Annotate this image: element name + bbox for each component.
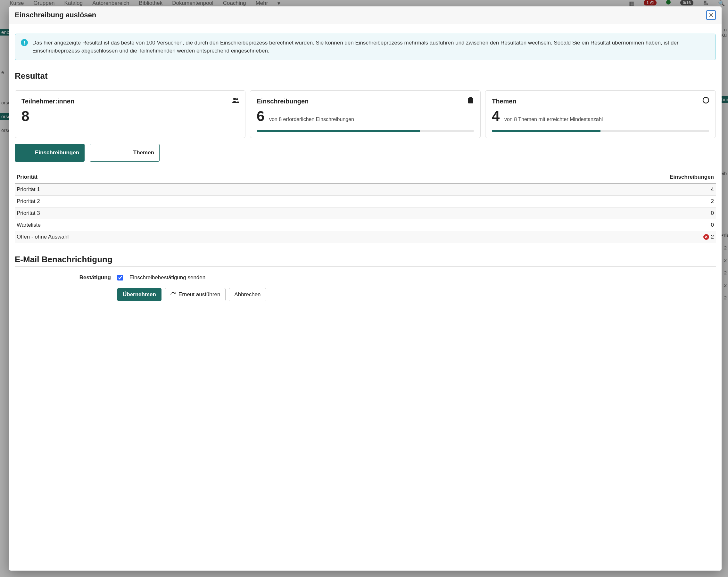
row-value: 0 bbox=[392, 219, 716, 231]
modal-header: Einschreibung auslösen ✕ bbox=[9, 6, 722, 24]
card-enrollments-title: Einschreibungen bbox=[257, 98, 474, 105]
tab-topics[interactable]: Themen bbox=[90, 144, 160, 162]
clipboard-icon bbox=[467, 97, 474, 105]
refresh-icon bbox=[170, 292, 176, 298]
row-value-text: 2 bbox=[711, 234, 714, 240]
row-value-text: 0 bbox=[711, 222, 714, 228]
bg-badge-count: 0/16 bbox=[680, 0, 694, 5]
card-participants-value: 8 bbox=[22, 108, 29, 124]
rerun-button[interactable]: Erneut ausführen bbox=[165, 288, 226, 301]
card-topics: Themen 4 von 8 Themen mit erreichter Min… bbox=[485, 90, 716, 138]
confirm-checkbox-label[interactable]: Einschreibebestätigung senden bbox=[129, 274, 205, 281]
row-label: Priorität 1 bbox=[15, 184, 392, 196]
email-section: E-Mail Benachrichtigung Bestätigung Eins… bbox=[15, 254, 716, 301]
warn-icon: ✕ bbox=[703, 234, 709, 240]
row-label: Priorität 3 bbox=[15, 208, 392, 219]
row-value-text: 4 bbox=[711, 186, 714, 192]
card-enrollments-progress bbox=[257, 130, 474, 132]
card-topics-caption: von 8 Themen mit erreichter Mindestanzah… bbox=[504, 116, 603, 122]
priority-table: Priorität Einschreibungen Priorität 14Pr… bbox=[15, 171, 716, 243]
apply-button[interactable]: Übernehmen bbox=[117, 288, 161, 301]
svg-point-0 bbox=[233, 98, 236, 100]
modal-title: Einschreibung auslösen bbox=[15, 11, 96, 19]
row-label: Offen - ohne Auswahl bbox=[15, 231, 392, 243]
card-participants: Teilnehmer:innen 8 bbox=[15, 90, 245, 138]
confirm-checkbox[interactable] bbox=[117, 275, 123, 280]
bg-nav-item: Kurse bbox=[9, 0, 24, 6]
users-icon bbox=[232, 97, 239, 105]
confirm-row: Bestätigung Einschreibebestätigung sende… bbox=[15, 274, 716, 281]
tab-enrollments[interactable]: Einschreibungen bbox=[15, 144, 85, 162]
row-value-text: 0 bbox=[711, 210, 714, 216]
bg-nav-item: Autorenbereich bbox=[92, 0, 129, 6]
col-enrollments: Einschreibungen bbox=[392, 171, 716, 184]
close-button[interactable]: ✕ bbox=[706, 10, 716, 20]
result-heading: Resultat bbox=[15, 71, 716, 81]
bg-badge-alert: 1⏱ bbox=[644, 0, 656, 5]
bg-nav-item: Gruppen bbox=[33, 0, 54, 6]
card-participants-title: Teilnehmer:innen bbox=[22, 98, 239, 105]
row-value: ✕2 bbox=[392, 231, 716, 243]
row-value: 0 bbox=[392, 208, 716, 219]
bg-left-strip: enbu e orset orset orset bbox=[0, 19, 9, 577]
bg-nav-item: Dokumentenpool bbox=[172, 0, 213, 6]
card-topics-value: 4 bbox=[492, 108, 499, 124]
rerun-button-label: Erneut ausführen bbox=[179, 292, 220, 298]
bg-nav-item: Bibliothek bbox=[139, 0, 163, 6]
table-row: Warteliste0 bbox=[15, 219, 716, 231]
progress-bar bbox=[257, 130, 420, 132]
table-row: Priorität 14 bbox=[15, 184, 716, 196]
enrollment-modal: Einschreibung auslösen ✕ ! Das hier ange… bbox=[9, 6, 722, 571]
svg-point-1 bbox=[236, 98, 238, 100]
row-value: 2 bbox=[392, 196, 716, 208]
cancel-button[interactable]: Abbrechen bbox=[229, 288, 266, 301]
close-icon: ✕ bbox=[708, 12, 714, 18]
table-row: Offen - ohne Auswahl✕2 bbox=[15, 231, 716, 243]
bg-nav-item: Coaching bbox=[223, 0, 246, 6]
bg-nav-item: Mehr bbox=[256, 0, 268, 6]
circle-icon bbox=[702, 97, 710, 105]
info-icon: ! bbox=[21, 39, 28, 46]
card-topics-progress bbox=[492, 130, 709, 132]
print-icon: 🖶 bbox=[703, 0, 708, 6]
row-value: 4 bbox=[392, 184, 716, 196]
row-label: Warteliste bbox=[15, 219, 392, 231]
calendar-icon: ▦ bbox=[629, 0, 634, 7]
table-row: Priorität 30 bbox=[15, 208, 716, 219]
row-label: Priorität 2 bbox=[15, 196, 392, 208]
card-topics-title: Themen bbox=[492, 98, 709, 105]
result-tabs: Einschreibungen Themen bbox=[15, 144, 716, 162]
bg-status-dot bbox=[666, 0, 671, 4]
bg-nav-item: Katalog bbox=[64, 0, 83, 6]
info-text: Das hier angezeigte Resultat ist das bes… bbox=[32, 39, 710, 55]
col-priority: Priorität bbox=[15, 171, 392, 184]
info-alert: ! Das hier angezeigte Resultat ist das b… bbox=[15, 34, 716, 60]
divider bbox=[15, 83, 716, 83]
row-value-text: 2 bbox=[711, 198, 714, 204]
progress-bar bbox=[492, 130, 600, 132]
table-row: Priorität 22 bbox=[15, 196, 716, 208]
confirm-label: Bestätigung bbox=[15, 274, 111, 281]
search-icon: 🔍 bbox=[718, 0, 725, 7]
email-heading: E-Mail Benachrichtigung bbox=[15, 254, 716, 265]
stat-cards: Teilnehmer:innen 8 Einschreibungen 6 von… bbox=[15, 90, 716, 138]
card-enrollments-value: 6 bbox=[257, 108, 264, 124]
card-enrollments-caption: von 8 erforderlichen Einschreibungen bbox=[269, 116, 354, 122]
svg-point-2 bbox=[703, 97, 709, 103]
card-enrollments: Einschreibungen 6 von 8 erforderlichen E… bbox=[250, 90, 480, 138]
modal-body: ! Das hier angezeigte Resultat ist das b… bbox=[9, 24, 722, 571]
action-buttons: Übernehmen Erneut ausführen Abbrechen bbox=[117, 288, 716, 301]
